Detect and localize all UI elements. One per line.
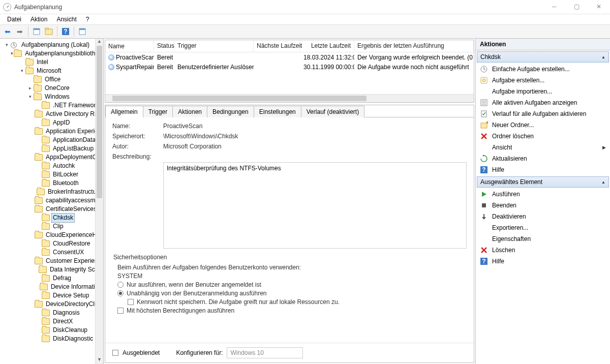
- tab-allgemein[interactable]: Allgemein: [105, 106, 143, 117]
- tree-capabilityaccessmanager[interactable]: capabilityaccessmanager: [1, 196, 103, 205]
- minimize-button[interactable]: ─: [543, 0, 565, 14]
- svg-marker-25: [482, 155, 484, 157]
- radio-logged-on[interactable]: [117, 282, 124, 288]
- tree-windows[interactable]: ▾Windows: [1, 93, 103, 101]
- folder-icon: [25, 68, 34, 74]
- action-ausf-hren[interactable]: Ausführen: [476, 189, 610, 200]
- tree-bitlocker[interactable]: BitLocker: [1, 170, 103, 179]
- action-l-schen[interactable]: Löschen: [476, 245, 610, 256]
- tab-einstellungen[interactable]: Einstellungen: [254, 106, 301, 117]
- tree-autochk[interactable]: Autochk: [1, 162, 103, 170]
- tree-clip[interactable]: Clip: [1, 222, 103, 231]
- actions-selected-header[interactable]: Ausgewähltes Element▲: [477, 176, 609, 188]
- cb-hidden[interactable]: [112, 350, 118, 356]
- tree-library[interactable]: ▾Aufgabenplanungsbibliothek: [1, 49, 103, 58]
- tree-root[interactable]: ▾Aufgabenplanung (Lokal): [1, 41, 103, 49]
- tab-verlauf-deaktiviert-[interactable]: Verlauf (deaktiviert): [301, 106, 364, 117]
- tree-applicationdata[interactable]: ApplicationData: [1, 136, 103, 144]
- tab-bedingungen[interactable]: Bedingungen: [207, 106, 254, 117]
- tree-scrollbar[interactable]: ▲▼: [95, 39, 103, 364]
- tree-applistbackup[interactable]: AppListBackup: [1, 144, 103, 153]
- actions-title: Aktionen: [476, 39, 610, 50]
- tree-device-setup[interactable]: Device Setup: [1, 291, 103, 300]
- col-name[interactable]: Name: [105, 40, 154, 52]
- col-last[interactable]: Letzte Laufzeit: [300, 40, 354, 52]
- tree-appxdeploymentclient[interactable]: AppxDeploymentClient: [1, 153, 103, 162]
- tree-chkdsk[interactable]: Chkdsk: [1, 214, 103, 222]
- action-neuer-ordner[interactable]: ✦Neuer Ordner...: [476, 119, 610, 131]
- tree-defrag[interactable]: Defrag: [1, 274, 103, 283]
- tree-directx[interactable]: DirectX: [1, 317, 103, 326]
- menu-help[interactable]: ?: [82, 15, 94, 24]
- table-row[interactable]: ProactiveScan Bereit 18.03.2024 11:32:04…: [105, 52, 474, 62]
- action-icon: [480, 110, 488, 118]
- action-exportieren[interactable]: Exportieren...: [476, 222, 610, 233]
- col-next[interactable]: Nächste Laufzeit: [254, 40, 300, 52]
- back-button[interactable]: ⬅: [2, 26, 13, 37]
- tab-aktionen[interactable]: Aktionen: [172, 106, 207, 117]
- tree-device-information[interactable]: Device Information: [1, 283, 103, 291]
- cb-highest-priv[interactable]: [117, 308, 124, 314]
- action-hilfe[interactable]: ?Hilfe: [476, 256, 610, 267]
- toolbar-btn-1[interactable]: [31, 26, 42, 37]
- cb-no-password[interactable]: [128, 299, 134, 305]
- toolbar-btn-2[interactable]: [43, 26, 54, 37]
- task-table-header[interactable]: Name Status Trigger Nächste Laufzeit Let…: [105, 40, 474, 52]
- menu-file[interactable]: Datei: [3, 15, 25, 24]
- action-ansicht[interactable]: Ansicht▶: [476, 142, 610, 153]
- col-status[interactable]: Status: [154, 40, 174, 52]
- action-aktualisieren[interactable]: Aktualisieren: [476, 153, 610, 164]
- svg-marker-28: [482, 192, 486, 197]
- tree-bluetooth[interactable]: Bluetooth: [1, 179, 103, 188]
- description-box[interactable]: Integritätsüberprüfung des NTFS-Volumes: [163, 162, 467, 249]
- action-aufgabe-erstellen[interactable]: Aufgabe erstellen...: [476, 75, 610, 86]
- maximize-button[interactable]: ▢: [565, 0, 588, 14]
- tree-microsoft[interactable]: ▾Microsoft: [1, 67, 103, 75]
- action-ordner-l-schen[interactable]: Ordner löschen: [476, 131, 610, 142]
- tree-customer-experience[interactable]: Customer Experience: [1, 257, 103, 265]
- menu-action[interactable]: Aktion: [26, 15, 51, 24]
- col-result[interactable]: Ergebnis der letzten Ausführung: [354, 40, 474, 52]
- tree-application-experience[interactable]: Application Experience: [1, 127, 103, 136]
- svg-text:?: ?: [64, 28, 67, 35]
- action-hilfe[interactable]: ?Hilfe: [476, 164, 610, 175]
- tree-brokerinfrastructure[interactable]: BrokerInfrastructure: [1, 188, 103, 196]
- tree-intel[interactable]: Intel: [1, 58, 103, 67]
- svg-point-15: [482, 79, 485, 82]
- help-button[interactable]: ?: [60, 26, 71, 37]
- action-verlauf-f-r-alle-aufgaben-aktivieren[interactable]: Verlauf für alle Aufgaben aktivieren: [476, 108, 610, 119]
- forward-button[interactable]: ➡: [14, 26, 25, 37]
- tab-trigger[interactable]: Trigger: [143, 106, 173, 117]
- col-trigger[interactable]: Trigger: [174, 40, 254, 52]
- tree-office[interactable]: Office: [1, 75, 103, 84]
- menu-view[interactable]: Ansicht: [52, 15, 80, 24]
- action-deaktivieren[interactable]: Deaktivieren: [476, 211, 610, 222]
- tree-cloudexperiencehost[interactable]: CloudExperienceHost: [1, 231, 103, 239]
- action-alle-aktiven-aufgaben-anzeigen[interactable]: Alle aktiven Aufgaben anzeigen: [476, 97, 610, 108]
- table-row[interactable]: SyspartRepair BereitBenutzerdefinierter …: [105, 62, 474, 72]
- tree-diskdiagnostic[interactable]: DiskDiagnostic: [1, 335, 103, 343]
- task-hscroll[interactable]: [105, 94, 474, 102]
- tree-onecore[interactable]: ▸OneCore: [1, 84, 103, 93]
- folder-icon: [35, 206, 43, 213]
- action-einfache-aufgabe-erstellen[interactable]: Einfache Aufgabe erstellen...: [476, 64, 610, 75]
- configure-for-combo[interactable]: Windows 10: [227, 347, 303, 358]
- action-aufgabe-importieren[interactable]: Aufgabe importieren...: [476, 86, 610, 97]
- radio-any-logon[interactable]: [117, 290, 124, 296]
- tree-data-integrity-scan[interactable]: Data Integrity Scan: [1, 265, 103, 274]
- tree-devicedirectoryclient[interactable]: DeviceDirectoryClient: [1, 300, 103, 309]
- tree-appid[interactable]: AppID: [1, 118, 103, 127]
- tree-cloudrestore[interactable]: CloudRestore: [1, 239, 103, 248]
- close-button[interactable]: ✕: [588, 0, 610, 14]
- tree-diagnosis[interactable]: Diagnosis: [1, 309, 103, 317]
- tree--net-framework[interactable]: .NET Framework: [1, 101, 103, 110]
- tree-active-directory-rights[interactable]: Active Directory Rights: [1, 110, 103, 118]
- tree-diskcleanup[interactable]: DiskCleanup: [1, 326, 103, 335]
- toolbar-btn-3[interactable]: [77, 26, 88, 37]
- tree-certificateservicesclient[interactable]: CertificateServicesClient: [1, 205, 103, 214]
- action-beenden[interactable]: Beenden: [476, 200, 610, 211]
- tree-consentux[interactable]: ConsentUX: [1, 248, 103, 257]
- folder-icon: [42, 102, 50, 109]
- action-eigenschaften[interactable]: Eigenschaften: [476, 233, 610, 245]
- actions-folder-header[interactable]: Chkdsk▲: [477, 51, 609, 63]
